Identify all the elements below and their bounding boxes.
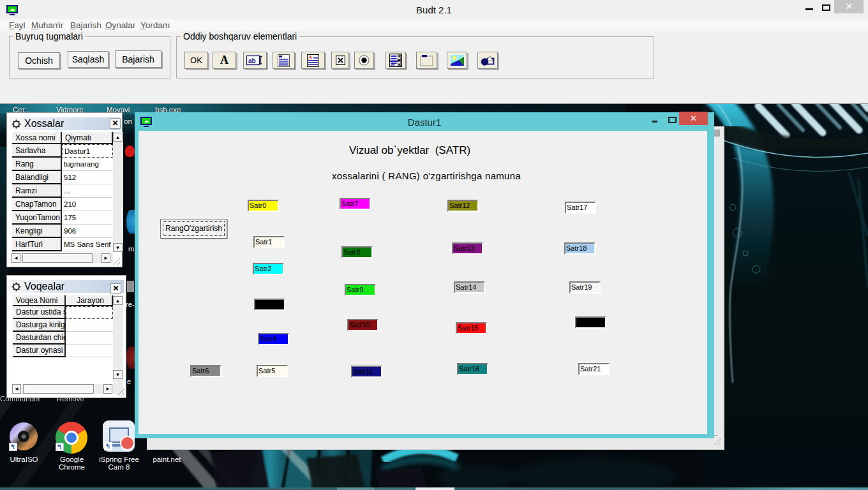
svg-text:ab: ab <box>248 57 256 64</box>
svg-text:A: A <box>308 54 312 61</box>
